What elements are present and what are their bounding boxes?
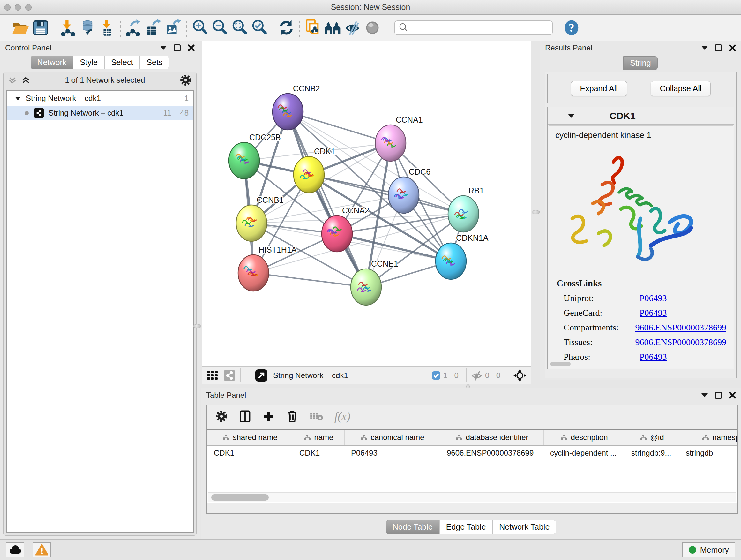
crosslink-link[interactable]: P06493 (639, 308, 667, 318)
network-graph[interactable]: CCNB2CCNA1CDC25BCDK1CDC6RB1CCNB1CCNA2CDK… (202, 41, 531, 366)
gear-icon[interactable] (180, 74, 192, 86)
column-header-database-identifier[interactable]: database identifier (441, 430, 544, 445)
search-field[interactable] (394, 20, 553, 35)
crosslink-link[interactable]: P06493 (639, 293, 667, 303)
column-label: shared name (232, 433, 277, 442)
tab-node-table[interactable]: Node Table (386, 520, 440, 534)
memory-button[interactable]: Memory (682, 542, 735, 557)
column-header--id[interactable]: @id (625, 430, 679, 445)
delete-column-icon[interactable] (286, 410, 299, 423)
crosslink-link[interactable]: 9606.ENSP00000378699 (635, 337, 726, 348)
float-panel-icon[interactable] (174, 44, 181, 51)
import-table-button[interactable] (97, 18, 117, 38)
hidden-eye-icon[interactable] (471, 370, 482, 381)
open-session-button[interactable] (11, 18, 30, 38)
share-view-icon[interactable] (223, 369, 236, 382)
node-CCNB1[interactable] (236, 205, 267, 241)
expand-all-icon[interactable] (21, 76, 30, 84)
zoom-out-button[interactable] (210, 18, 230, 38)
splitter-handle-right[interactable] (532, 210, 540, 214)
node-table[interactable]: shared namenamecanonical namedatabase id… (207, 429, 737, 503)
panel-menu-icon[interactable] (701, 46, 708, 50)
table-cell[interactable]: 9606.ENSP00000378699 (441, 449, 544, 457)
column-header-shared-name[interactable]: shared name (207, 430, 293, 445)
birdseye-icon[interactable] (255, 369, 268, 382)
float-panel-icon[interactable] (715, 44, 722, 51)
clone-network-button[interactable] (303, 18, 323, 38)
close-panel-icon[interactable] (729, 392, 736, 399)
splitter-handle-left[interactable] (193, 324, 201, 328)
zoom-fit-button[interactable] (230, 18, 250, 38)
panel-menu-icon[interactable] (160, 46, 166, 50)
columns-icon[interactable] (239, 410, 252, 423)
collapse-all-icon[interactable] (8, 76, 17, 84)
zoom-in-button[interactable] (190, 18, 210, 38)
warning-button[interactable] (32, 542, 51, 557)
neighbors-button[interactable] (323, 18, 343, 38)
network-canvas[interactable]: CCNB2CCNA1CDC25BCDK1CDC6RB1CCNB1CCNA2CDK… (202, 41, 531, 367)
column-header-name[interactable]: name (293, 430, 345, 445)
crosshair-icon[interactable] (513, 368, 527, 382)
table-cell[interactable]: stringdb (679, 449, 737, 457)
close-panel-icon[interactable] (188, 44, 195, 51)
column-header-namespace[interactable]: namespace (679, 430, 737, 445)
add-column-icon[interactable] (262, 410, 275, 423)
column-header-description[interactable]: description (544, 430, 625, 445)
network-collection-row[interactable]: String Network – cdk1 1 (7, 91, 193, 106)
show-all-button[interactable] (362, 18, 382, 38)
sort-tree-icon (640, 434, 647, 441)
node-CCNB2[interactable] (273, 94, 303, 130)
network-row[interactable]: String Network – cdk1 11 48 (7, 106, 193, 120)
node-CCNA2[interactable] (322, 215, 352, 252)
results-scrollbar[interactable] (550, 362, 570, 366)
import-network-button[interactable] (57, 18, 77, 38)
fx-icon[interactable]: f(x) (334, 410, 350, 423)
tab-sets[interactable]: Sets (140, 56, 169, 69)
table-hscrollbar[interactable] (208, 492, 736, 502)
entry-expand-icon[interactable] (568, 114, 575, 118)
clear-table-icon[interactable] (310, 410, 324, 423)
node-entry-header[interactable]: CDK1 (548, 107, 734, 125)
close-panel-icon[interactable] (729, 44, 736, 51)
table-cell[interactable]: cyclin-dependent ... (544, 449, 625, 457)
import-database-button[interactable] (77, 18, 97, 38)
table-row[interactable]: CDK1CDK1P064939606.ENSP00000378699cyclin… (207, 446, 737, 460)
save-session-button[interactable] (30, 18, 51, 38)
checkbox-icon[interactable] (432, 371, 441, 380)
zoom-selected-button[interactable] (250, 18, 269, 38)
gear-icon[interactable] (215, 410, 228, 423)
table-cell[interactable]: CDK1 (207, 449, 293, 457)
search-input[interactable] (409, 23, 543, 32)
cloud-button[interactable] (6, 542, 24, 557)
float-panel-icon[interactable] (715, 392, 722, 399)
tab-string[interactable]: String (623, 56, 657, 70)
table-cell[interactable]: CDK1 (293, 449, 345, 457)
panel-menu-icon[interactable] (701, 393, 708, 397)
tab-select[interactable]: Select (105, 56, 140, 69)
node-RB1[interactable] (448, 196, 479, 232)
crosslink-link[interactable]: 9606.ENSP00000378699 (635, 322, 726, 333)
export-table-button[interactable] (144, 18, 163, 38)
edge-HIST1H1A-CCNE1[interactable] (253, 273, 366, 287)
collapse-all-button[interactable]: Collapse All (651, 81, 711, 96)
collection-expand-icon[interactable] (15, 97, 21, 100)
hide-selected-button[interactable] (343, 18, 362, 38)
table-cell[interactable]: P06493 (345, 449, 441, 457)
edge-CCNB2-CCNA1[interactable] (288, 112, 391, 143)
toolbar-separator (54, 18, 54, 37)
tab-network[interactable]: Network (30, 56, 73, 69)
edge-CCNB2-CCNE1[interactable] (288, 112, 366, 287)
crosslink-link[interactable]: P06493 (639, 352, 667, 362)
scrollbar-thumb[interactable] (211, 494, 269, 501)
tab-style[interactable]: Style (73, 56, 105, 69)
export-network-button[interactable] (124, 18, 144, 38)
refresh-button[interactable] (276, 18, 296, 38)
grid-view-icon[interactable] (206, 369, 219, 382)
tab-network-table[interactable]: Network Table (492, 520, 556, 534)
help-button[interactable]: ? (562, 18, 582, 38)
column-header-canonical-name[interactable]: canonical name (345, 430, 441, 445)
export-image-button[interactable] (163, 18, 183, 38)
expand-all-button[interactable]: Expand All (571, 81, 627, 96)
tab-edge-table[interactable]: Edge Table (440, 520, 493, 534)
table-cell[interactable]: stringdb:9... (625, 449, 679, 457)
